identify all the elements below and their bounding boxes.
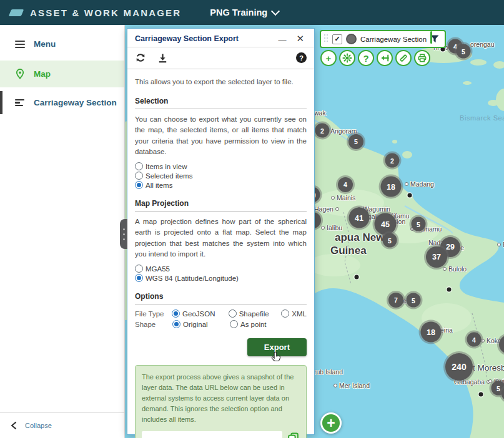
chevron-left-icon bbox=[10, 421, 17, 430]
layer-bar-nub bbox=[430, 31, 432, 44]
export-row: Export bbox=[135, 338, 307, 356]
cluster-marker[interactable]: 18 bbox=[421, 322, 442, 343]
map-pin-icon bbox=[15, 69, 25, 79]
print-button[interactable] bbox=[414, 50, 430, 66]
point-marker[interactable] bbox=[408, 193, 412, 198]
radio-icon[interactable] bbox=[135, 172, 143, 180]
app-title: ASSET & WORK MANAGER bbox=[30, 7, 181, 18]
locate-button[interactable] bbox=[377, 50, 393, 66]
radio-icon[interactable] bbox=[135, 274, 143, 282]
measure-button[interactable] bbox=[395, 50, 412, 66]
dialog-title-bar: Carriageway Section Export — ✕ bbox=[127, 29, 314, 47]
refresh-button[interactable] bbox=[135, 52, 146, 63]
map-label: Madang bbox=[405, 180, 434, 188]
export-button[interactable]: Export bbox=[247, 338, 307, 356]
layer-selector-bar[interactable]: ✓ Carriageway Section bbox=[320, 30, 446, 48]
map-help-button[interactable]: ? bbox=[358, 50, 374, 66]
radio-option-geojson[interactable]: GeoJSON bbox=[172, 309, 229, 318]
divider bbox=[135, 211, 307, 212]
radio-icon[interactable] bbox=[281, 309, 289, 318]
cluster-marker[interactable]: 41 bbox=[349, 208, 370, 228]
map-label: Ialibu bbox=[321, 224, 342, 231]
cluster-marker[interactable]: 18 bbox=[381, 177, 402, 197]
radio-label: As point bbox=[240, 321, 267, 328]
sidebar-item-menu[interactable]: Menu bbox=[0, 32, 124, 56]
sidebar-item-carriageway-section[interactable]: Carriageway Section bbox=[0, 91, 124, 114]
cluster-marker[interactable]: 5 bbox=[407, 293, 421, 308]
sidebar-collapse-button[interactable]: Collapse bbox=[0, 412, 124, 438]
radio-icon[interactable] bbox=[135, 181, 143, 189]
radio-option-mga55[interactable]: MGA55 bbox=[135, 265, 307, 273]
map-label: orengau bbox=[470, 41, 495, 48]
layer-checkbox[interactable]: ✓ bbox=[332, 34, 342, 44]
cluster-marker[interactable]: 5 bbox=[383, 233, 397, 248]
radio-icon[interactable] bbox=[135, 162, 143, 170]
radio-icon[interactable] bbox=[230, 320, 238, 328]
radio-icon[interactable] bbox=[172, 309, 180, 318]
hamburger-icon bbox=[15, 41, 25, 48]
radio-option-original[interactable]: Original bbox=[172, 320, 230, 328]
cluster-marker[interactable]: 45 bbox=[375, 213, 397, 235]
map-label: Angoram bbox=[330, 127, 357, 135]
point-marker[interactable] bbox=[355, 275, 359, 280]
map-label: Mainis bbox=[331, 194, 355, 202]
map-zoom-in-button[interactable]: + bbox=[320, 412, 342, 434]
printer-icon bbox=[417, 53, 427, 63]
radio-option-shapefile[interactable]: Shapefile bbox=[229, 309, 282, 318]
add-button[interactable]: + bbox=[320, 50, 337, 66]
radio-option-selected-items[interactable]: Selected items bbox=[135, 172, 307, 180]
radio-icon[interactable] bbox=[229, 309, 237, 318]
file-type-row: File Type GeoJSON Shapefile XML bbox=[135, 309, 307, 318]
selection-description: You can choose to export what you curren… bbox=[135, 114, 307, 157]
map-toolbar: + ? bbox=[320, 50, 430, 66]
map-label: Finsch bbox=[497, 241, 504, 248]
dialog-drag-handle[interactable] bbox=[120, 219, 127, 249]
environment-switcher[interactable]: PNG Training bbox=[210, 7, 279, 17]
cluster-marker[interactable]: 37 bbox=[426, 246, 447, 268]
close-button[interactable]: ✕ bbox=[294, 34, 307, 43]
radio-option-wgs84[interactable]: WGS 84 (Latitude/Longitude) bbox=[135, 274, 307, 282]
help-button[interactable]: ? bbox=[296, 52, 307, 63]
sidebar-item-map[interactable]: Map bbox=[0, 61, 124, 87]
cluster-marker[interactable]: 2 bbox=[385, 153, 400, 168]
radio-option-xml[interactable]: XML bbox=[281, 309, 307, 318]
download-button[interactable] bbox=[157, 53, 168, 63]
radio-icon[interactable] bbox=[135, 265, 143, 273]
cluster-marker[interactable]: 2 bbox=[315, 124, 330, 138]
cluster-marker[interactable]: 5 bbox=[412, 217, 426, 231]
minimize-button[interactable]: — bbox=[275, 36, 289, 44]
app-logo-icon bbox=[9, 9, 24, 16]
data-url-input[interactable] bbox=[142, 431, 282, 438]
radio-icon[interactable] bbox=[172, 320, 180, 328]
chevron-down-icon bbox=[271, 7, 280, 16]
copy-icon bbox=[287, 432, 300, 438]
download-icon bbox=[157, 53, 168, 63]
info-text: The export process above gives a snapsho… bbox=[142, 372, 300, 425]
cluster-marker[interactable]: 5 bbox=[457, 44, 471, 59]
radio-label: All items bbox=[146, 182, 172, 189]
radio-option-all-items[interactable]: All items bbox=[135, 181, 307, 189]
layer-symbol-icon bbox=[346, 34, 357, 44]
radio-label: Items in view bbox=[146, 163, 187, 170]
cluster-marker[interactable]: 4 bbox=[467, 333, 482, 347]
point-marker[interactable] bbox=[479, 392, 483, 397]
drag-handle-icon[interactable] bbox=[324, 34, 329, 44]
plus-icon: + bbox=[326, 54, 332, 63]
question-icon: ? bbox=[363, 54, 368, 63]
point-marker[interactable] bbox=[447, 288, 452, 292]
radio-option-as-point[interactable]: As point bbox=[230, 320, 267, 328]
cluster-marker[interactable]: 5 bbox=[348, 134, 363, 149]
map-label: Hagen bbox=[314, 205, 339, 213]
dialog-intro: This allows you to export the selected l… bbox=[135, 77, 307, 87]
copy-button[interactable] bbox=[287, 432, 300, 438]
settings-button[interactable] bbox=[339, 50, 355, 66]
cluster-marker[interactable]: 7 bbox=[388, 293, 403, 308]
radio-option-items-in-view[interactable]: Items in view bbox=[135, 162, 307, 170]
plus-icon: + bbox=[327, 416, 335, 431]
sidebar-item-label: Carriageway Section bbox=[34, 98, 117, 107]
map-label: rub Island bbox=[314, 368, 343, 376]
cluster-marker[interactable]: 240 bbox=[445, 353, 473, 381]
shape-label: Shape bbox=[135, 321, 172, 328]
map-label: Bulolo bbox=[443, 265, 467, 273]
cluster-marker[interactable]: 4 bbox=[338, 177, 353, 192]
